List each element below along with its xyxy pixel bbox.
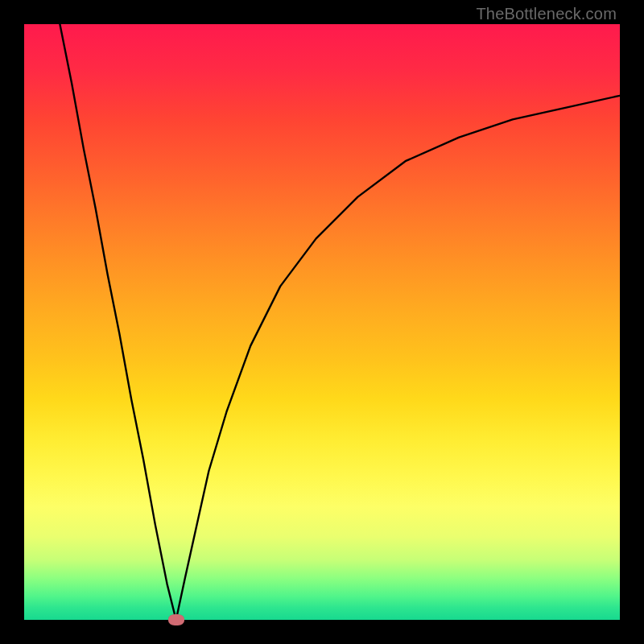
chart-frame: TheBottleneck.com xyxy=(0,0,644,644)
bottleneck-curve xyxy=(24,24,620,620)
watermark-text: TheBottleneck.com xyxy=(476,5,617,23)
plot-area xyxy=(24,24,620,620)
curve-path xyxy=(60,24,620,620)
minimum-marker xyxy=(168,614,184,625)
